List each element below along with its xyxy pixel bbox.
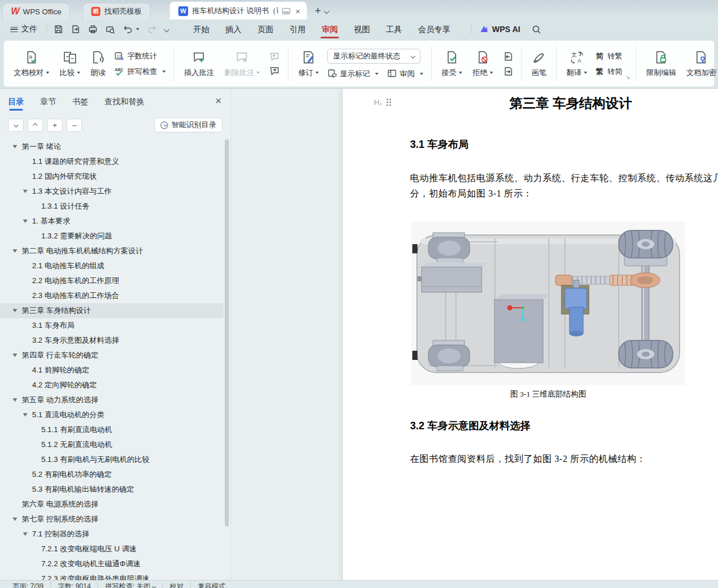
save-button[interactable] [52, 22, 65, 36]
menu-item[interactable]: 工具 [378, 21, 410, 38]
smart-toc-button[interactable]: 智能识别目录 [154, 117, 223, 132]
toc-expand-arrow-icon[interactable] [23, 532, 32, 536]
toc-item[interactable]: 5.2 有刷电机功率的确定 [0, 467, 224, 482]
spell-check-button[interactable]: ABC 拼写检查 [114, 66, 166, 77]
zoom-out-toc-button[interactable]: – [67, 119, 82, 132]
reject-change-button[interactable]: 拒绝 [467, 48, 498, 80]
undo-dropdown-icon[interactable] [136, 28, 139, 30]
toc-expand-arrow-icon[interactable] [13, 398, 22, 402]
toc-expand-arrow-icon[interactable] [23, 219, 32, 223]
toc-expand-arrow-icon[interactable] [23, 190, 32, 193]
export-button[interactable] [69, 22, 83, 36]
toc-item[interactable]: 2.1 电动推车机的组成 [0, 258, 224, 273]
toc-item[interactable]: 第二章 电动推车机机械结构方案设计 [0, 244, 224, 258]
toc-item[interactable]: 1.2 国内外研究现状 [0, 169, 224, 184]
ink-pen-button[interactable]: 画笔 [526, 48, 552, 80]
tab-document[interactable]: W 推车机结构设计 说明书（论文 × [170, 2, 307, 19]
toc-item[interactable]: 1.3 本文设计内容与工作 [0, 184, 224, 199]
status-item[interactable]: 兼容模式 [191, 582, 232, 588]
toc-expand-arrow-icon[interactable] [13, 249, 22, 253]
close-sidebar-icon[interactable]: × [215, 96, 221, 106]
compare-button[interactable]: 比较 [54, 48, 85, 80]
wps-ai-button[interactable]: WPS AI [476, 22, 524, 36]
toc-item[interactable]: 2.3 电动推车机的工作场合 [0, 288, 224, 303]
toc-item[interactable]: 第五章 动力系统的选择 [0, 393, 224, 407]
toc-item[interactable]: 1.1 课题的研究背景和意义 [0, 154, 224, 169]
toc-expand-arrow-icon[interactable] [23, 413, 32, 417]
print-button[interactable] [86, 22, 100, 36]
sidebar-tab[interactable]: 查找和替换 [104, 97, 145, 113]
dialog-launcher-icon[interactable]: ↘ [626, 74, 630, 80]
toc-item[interactable]: 4.2 定向脚轮的确定 [0, 378, 224, 393]
toc-item[interactable]: 第六章 电源系统的选择 [0, 497, 224, 512]
next-comment-button[interactable] [268, 66, 280, 76]
sidebar-tab[interactable]: 书签 [72, 97, 88, 113]
print-preview-button[interactable] [103, 22, 117, 36]
traditional-to-simplified-button[interactable]: 繁转简 [596, 66, 622, 77]
toc-item[interactable]: 7.2.1 改变电枢端电压 U 调速 [0, 542, 224, 556]
toc-item[interactable]: 5.1.2 无刷直流电动机 [0, 437, 224, 452]
figure-3d-chassis[interactable] [411, 221, 685, 385]
tab-list-chevron-icon[interactable] [325, 5, 329, 15]
translate-button[interactable]: 文A 翻译 [561, 48, 592, 80]
tab-docer-templates[interactable]: 稻 找稻壳模板 [83, 3, 150, 19]
restrict-editing-button[interactable]: 限制编辑 [641, 48, 681, 80]
read-aloud-button[interactable]: 朗读 [85, 48, 111, 80]
toc-item[interactable]: 5.1.3 有刷电机与无刷电机的比较 [0, 452, 224, 467]
menu-item[interactable]: 页面 [249, 21, 282, 38]
markup-state-dropdown[interactable]: 显示标记的最终状态 [327, 49, 420, 64]
previous-comment-button[interactable] [268, 52, 280, 61]
redo-button[interactable] [145, 22, 159, 36]
simplified-to-traditional-button[interactable]: 简转繁 [596, 51, 622, 61]
toc-item[interactable]: 1.3.1 设计任务 [0, 199, 224, 214]
collapse-all-button[interactable] [28, 119, 43, 132]
encrypt-document-button[interactable]: 文档加密 [681, 48, 718, 80]
track-changes-button[interactable]: 修订 [293, 48, 324, 80]
show-markup-button[interactable]: 显示标记 [327, 69, 378, 79]
expand-all-button[interactable] [8, 119, 24, 132]
toc-item[interactable]: 7.2.2 改变电动机主磁通Φ调速 [0, 556, 224, 571]
menu-item[interactable]: 插入 [217, 21, 249, 38]
toc-item[interactable]: 4.1 前脚轮的确定 [0, 363, 224, 378]
next-change-button[interactable] [502, 66, 513, 76]
toc-item[interactable]: 第七章 控制系统的选择 [0, 512, 224, 527]
tab-wps-office[interactable]: W WPS Office [2, 3, 70, 19]
separate-window-icon[interactable] [282, 8, 290, 14]
sidebar-tab[interactable]: 章节 [40, 97, 56, 113]
toc-item[interactable]: 1. 基本要求 [0, 214, 224, 229]
delete-comment-button[interactable]: 删除批注 [219, 48, 265, 80]
toc-expand-arrow-icon[interactable] [13, 145, 22, 148]
toc-item[interactable]: 第三章 车身结构设计 [0, 303, 224, 318]
status-item[interactable]: 校对 [163, 582, 190, 588]
previous-change-button[interactable] [502, 52, 513, 61]
status-item[interactable]: 字数: 9014 [51, 582, 97, 588]
toc-item[interactable]: 7.2.3 改变电枢电路外串电阻调速 [0, 571, 224, 580]
toc-expand-arrow-icon[interactable] [13, 354, 22, 357]
new-tab-button[interactable]: + [315, 5, 321, 17]
toc-item[interactable]: 5.1 直流电动机的分类 [0, 407, 224, 422]
insert-comment-button[interactable]: 插入批注 [179, 48, 219, 80]
toc-item[interactable]: 第四章 行走车轮的确定 [0, 348, 224, 363]
menu-item[interactable]: 会员专享 [410, 21, 458, 38]
toc-item[interactable]: 3.2 车身示意图及材料选择 [0, 333, 224, 348]
toc-item[interactable]: 1.3.2 需要解决的问题 [0, 229, 224, 244]
status-item[interactable]: 拼写检查: 关闭 [98, 582, 162, 588]
search-icon[interactable] [532, 25, 541, 34]
sidebar-scrollbar[interactable] [225, 139, 229, 527]
toc-item[interactable]: 第一章 绪论 [0, 139, 224, 154]
menu-item[interactable]: 视图 [346, 21, 378, 38]
menu-item[interactable]: 引用 [282, 21, 314, 38]
sidebar-tab[interactable]: 目录 [8, 97, 24, 113]
status-item[interactable]: 页面: 7/39 [6, 582, 50, 588]
menu-item[interactable]: 开始 [185, 21, 217, 38]
toc-item[interactable]: 5.3 有刷电机输出轴转速的确定 [0, 482, 224, 497]
document-page[interactable]: H₁ 第三章 车身结构设计 3.1 车身布局 电动推车机包括电源系统、动力系统、… [343, 89, 718, 580]
toc-expand-arrow-icon[interactable] [13, 518, 22, 521]
review-pane-button[interactable]: 审阅 [387, 69, 423, 79]
word-count-button[interactable]: 12 字数统计 [114, 51, 166, 61]
toc-item[interactable]: 3.1 车身布局 [0, 318, 224, 333]
close-tab-icon[interactable]: × [294, 6, 302, 16]
toc-item[interactable]: 7.1 控制器的选择 [0, 527, 224, 542]
toc-item[interactable]: 5.1.1 有刷直流电动机 [0, 422, 224, 437]
zoom-in-toc-button[interactable]: + [47, 119, 63, 132]
